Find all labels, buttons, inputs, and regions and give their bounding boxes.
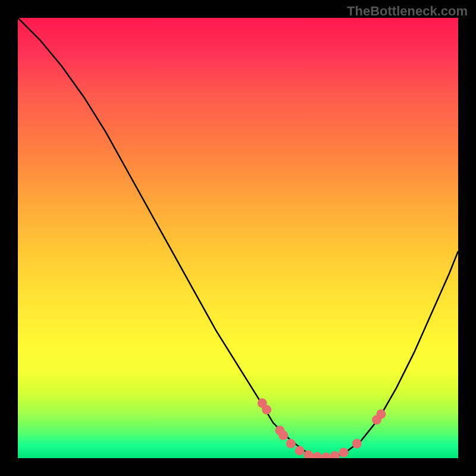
data-point bbox=[339, 447, 349, 457]
data-point bbox=[262, 405, 271, 415]
data-point bbox=[352, 439, 362, 449]
data-point bbox=[278, 431, 288, 440]
data-point bbox=[377, 409, 386, 419]
chart-svg bbox=[18, 18, 458, 458]
curve-line bbox=[18, 18, 458, 458]
data-point bbox=[295, 446, 305, 455]
data-point bbox=[312, 452, 322, 458]
data-point bbox=[286, 439, 296, 449]
chart-plot-area bbox=[18, 18, 458, 458]
data-point bbox=[330, 451, 340, 458]
watermark-text: TheBottleneck.com bbox=[347, 4, 468, 19]
data-point bbox=[321, 453, 331, 458]
